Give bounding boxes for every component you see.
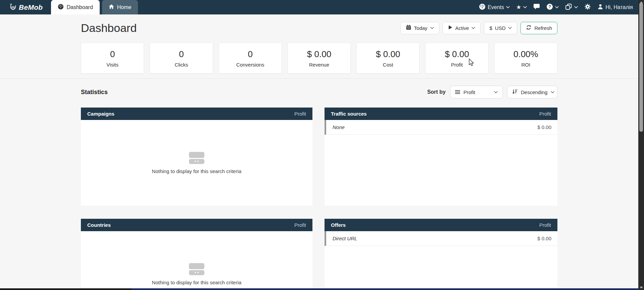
scroll-down-arrow-icon[interactable] [640, 287, 643, 289]
stat-value: 0 [179, 49, 184, 59]
gear-icon [584, 3, 591, 11]
stat-value: $ 0.00 [376, 49, 400, 59]
events-gauge-icon [479, 3, 486, 11]
navbar-right: Events ★ ? [479, 0, 638, 14]
row-name: Direct URL [333, 236, 357, 241]
list-icon [455, 89, 460, 95]
empty-data-icon [189, 152, 204, 164]
panel-title: Countries [87, 222, 111, 228]
stat-card-cost: $ 0.00 Cost [356, 43, 419, 74]
top-navbar: BeMob Dashboard Home [0, 0, 638, 14]
stat-card-clicks: 0 Clicks [150, 43, 213, 74]
widget-grid: Campaigns Profit Nothing to display for … [81, 108, 557, 290]
chevron-down-icon [472, 27, 475, 29]
scrollbar-thumb[interactable] [639, 3, 643, 132]
status-filter-button[interactable]: Active [443, 22, 481, 34]
panel-title: Campaigns [87, 111, 114, 117]
tab-dashboard[interactable]: Dashboard [51, 0, 100, 14]
panel-metric-label: Profit [294, 222, 306, 228]
sort-controls: Sort by Profit [427, 86, 557, 98]
stat-label: Clicks [175, 62, 188, 68]
empty-state: Nothing to display for this search crite… [81, 120, 312, 206]
panel-campaigns-body: Nothing to display for this search crite… [81, 120, 312, 206]
brand-name: BeMob [19, 3, 43, 11]
calendar-icon [406, 25, 411, 31]
refresh-label: Refresh [534, 25, 552, 31]
user-greeting: Hi, Наталія [605, 4, 633, 10]
statistics-header: Statistics Sort by Profit [81, 86, 557, 98]
empty-data-icon [189, 263, 204, 275]
row-value: $ 0.00 [537, 124, 551, 130]
stat-value: $ 0.00 [307, 49, 331, 59]
refresh-icon [526, 25, 532, 31]
user-icon [597, 4, 603, 11]
panel-countries: Countries Profit Nothing to display for … [81, 219, 312, 290]
stat-label: Cost [383, 62, 393, 68]
panel-offers: Offers Profit Direct URL $ 0.00 [325, 219, 557, 290]
sort-order-select[interactable]: Descending [507, 86, 557, 98]
stat-value: 0 [248, 49, 252, 59]
help-menu[interactable]: ? [546, 3, 559, 11]
header-controls: Today Active $ USD [400, 22, 557, 34]
stats-row: 0 Visits 0 Clicks 0 Conversions $ 0.00 R… [81, 43, 557, 74]
panel-offers-header: Offers Profit [325, 219, 557, 231]
sort-field-select[interactable]: Profit [450, 86, 503, 98]
chevron-down-icon [551, 91, 554, 93]
bemob-logo-icon [9, 3, 17, 11]
favorites-menu[interactable]: ★ [516, 4, 527, 10]
section-divider [0, 78, 638, 79]
stat-label: Revenue [309, 62, 329, 68]
status-filter-label: Active [455, 25, 469, 31]
chevron-down-icon [506, 6, 510, 8]
chat-button[interactable] [533, 3, 540, 11]
stat-card-roi: 0.00% ROI [494, 43, 557, 74]
refresh-button[interactable]: Refresh [521, 22, 557, 34]
panel-campaigns: Campaigns Profit Nothing to display for … [81, 108, 312, 206]
sort-field-value: Profit [463, 89, 475, 95]
home-icon [109, 4, 114, 11]
row-value: $ 0.00 [537, 236, 551, 241]
currency-button[interactable]: $ USD [484, 22, 517, 34]
panel-campaigns-header: Campaigns Profit [81, 108, 312, 120]
currency-label: USD [495, 25, 506, 31]
events-menu[interactable]: Events [479, 3, 510, 11]
page-title: Dashboard [81, 22, 137, 35]
page-header: Dashboard Today [81, 20, 557, 35]
stat-card-profit: $ 0.00 Profit [425, 43, 488, 74]
bemob-logo[interactable]: BeMob [0, 0, 51, 14]
row-name: None [333, 124, 345, 130]
empty-state-text: Nothing to display for this search crite… [152, 168, 242, 174]
sort-order-value: Descending [521, 89, 547, 95]
events-label: Events [488, 4, 504, 10]
chevron-down-icon [523, 6, 527, 8]
stat-card-revenue: $ 0.00 Revenue [288, 43, 351, 74]
stat-value: 0 [110, 49, 115, 59]
stat-label: Conversions [236, 62, 264, 68]
statistics-title: Statistics [81, 89, 108, 96]
question-icon: ? [546, 3, 553, 11]
vertical-scrollbar[interactable] [638, 0, 644, 290]
panel-traffic-sources-header: Traffic sources Profit [325, 108, 557, 120]
chevron-down-icon [430, 27, 434, 29]
table-row: Direct URL $ 0.00 [325, 231, 557, 246]
tab-home[interactable]: Home [102, 0, 138, 14]
tab-home-label: Home [117, 4, 132, 10]
layers-icon [565, 3, 572, 11]
empty-state-text: Nothing to display for this search crite… [152, 280, 242, 285]
empty-state: Nothing to display for this search crite… [81, 231, 312, 290]
date-range-label: Today [414, 25, 428, 31]
chat-icon [533, 3, 540, 11]
settings-button[interactable] [584, 3, 591, 11]
sort-descending-icon [512, 89, 517, 95]
stat-label: ROI [521, 62, 530, 68]
user-menu[interactable]: Hi, Наталія [597, 4, 633, 11]
stat-label: Profit [451, 62, 463, 68]
star-icon: ★ [516, 4, 521, 10]
stat-card-conversions: 0 Conversions [219, 43, 282, 74]
sort-by-label: Sort by [427, 89, 446, 95]
workspaces-menu[interactable] [565, 3, 578, 11]
chevron-down-icon [574, 6, 578, 8]
panel-metric-label: Profit [539, 111, 551, 117]
table-row: None $ 0.00 [325, 120, 557, 135]
date-range-button[interactable]: Today [400, 22, 439, 34]
